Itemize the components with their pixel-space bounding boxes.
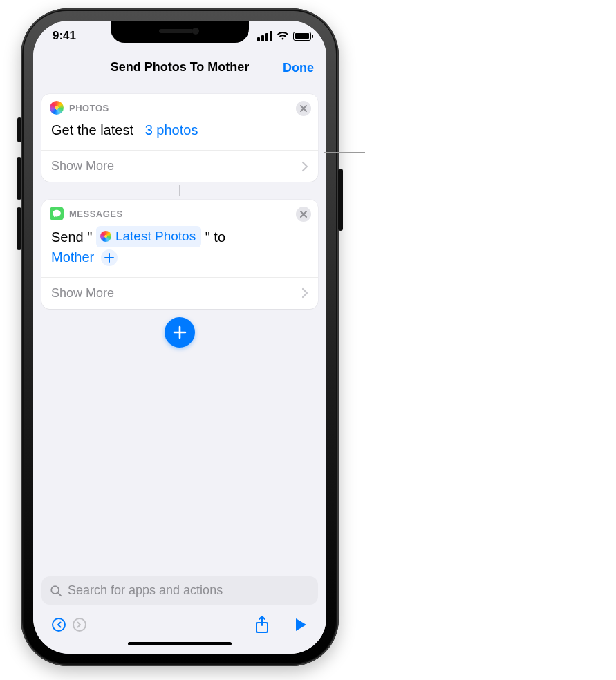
share-button[interactable]	[252, 614, 272, 635]
plus-icon	[172, 325, 187, 340]
svg-point-0	[51, 586, 59, 594]
action-search-input[interactable]: Search for apps and actions	[41, 576, 318, 605]
close-icon	[299, 104, 308, 113]
cellular-signal-icon	[257, 31, 272, 41]
status-time: 9:41	[53, 29, 76, 43]
battery-icon	[293, 32, 311, 41]
undo-icon	[50, 616, 67, 633]
action-connector	[179, 185, 180, 196]
action-card-messages[interactable]: MESSAGES Send " Latest Photos " to Mothe…	[41, 200, 318, 309]
bottom-panel: Search for apps and actions	[33, 569, 326, 654]
navigation-bar: Send Photos To Mother Done	[33, 51, 326, 84]
show-more-row[interactable]: Show More	[41, 150, 318, 182]
action-text: Send "	[51, 229, 92, 245]
play-icon	[294, 617, 308, 632]
shortcut-editor: PHOTOS Get the latest 3 photos Show More	[33, 84, 326, 585]
photos-app-icon	[100, 231, 111, 242]
redo-button	[69, 614, 90, 635]
editor-toolbar	[41, 605, 318, 636]
add-action-button[interactable]	[165, 317, 195, 348]
recipient-parameter[interactable]: Mother	[51, 249, 94, 265]
add-recipient-button[interactable]	[101, 249, 118, 266]
screen: 9:41 Send Photos To Mother Done	[33, 21, 326, 654]
plus-icon	[104, 253, 114, 263]
action-app-label: MESSAGES	[69, 209, 123, 219]
show-more-label: Show More	[51, 286, 114, 301]
action-text: " to	[205, 229, 225, 245]
search-icon	[50, 585, 62, 597]
undo-button[interactable]	[48, 614, 69, 635]
mute-switch	[17, 117, 21, 142]
chevron-right-icon	[301, 287, 308, 299]
run-button[interactable]	[290, 614, 311, 635]
variable-token-latest-photos[interactable]: Latest Photos	[96, 226, 201, 247]
action-parameter-count[interactable]: 3 photos	[145, 122, 198, 138]
remove-action-button[interactable]	[296, 101, 311, 116]
close-icon	[299, 210, 308, 218]
page-title: Send Photos To Mother	[111, 60, 250, 75]
phone-frame: 9:41 Send Photos To Mother Done	[21, 8, 339, 666]
wifi-icon	[277, 31, 289, 41]
redo-icon	[71, 616, 88, 633]
share-icon	[254, 616, 270, 634]
show-more-label: Show More	[51, 159, 114, 173]
home-indicator	[128, 642, 232, 645]
notch	[111, 21, 249, 43]
volume-up-button	[17, 157, 21, 200]
action-text: Get the latest	[51, 122, 133, 138]
action-app-label: PHOTOS	[69, 103, 109, 113]
power-button	[338, 169, 343, 231]
remove-action-button[interactable]	[296, 207, 311, 222]
chevron-right-icon	[301, 161, 308, 172]
show-more-row[interactable]: Show More	[41, 277, 318, 309]
callout-line	[324, 152, 365, 153]
status-indicators	[257, 31, 311, 41]
photos-app-icon	[50, 101, 64, 115]
done-button[interactable]: Done	[283, 60, 314, 75]
variable-token-label: Latest Photos	[115, 227, 196, 246]
messages-app-icon	[50, 207, 64, 220]
callout-line	[324, 234, 365, 234]
search-placeholder: Search for apps and actions	[68, 583, 223, 598]
action-card-photos[interactable]: PHOTOS Get the latest 3 photos Show More	[41, 94, 318, 182]
volume-down-button	[17, 207, 21, 250]
